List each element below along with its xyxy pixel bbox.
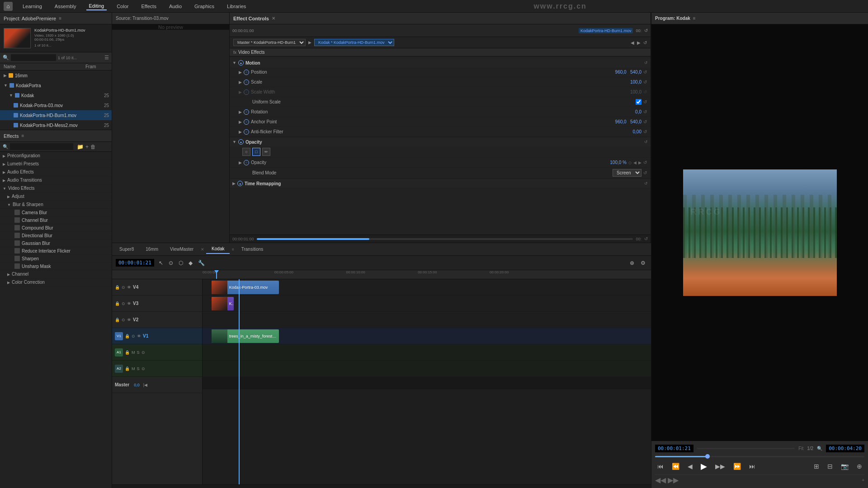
ec-master-dropdown[interactable]: Master * KodakPortra-HD-Burn1.mov — [233, 39, 306, 46]
effects-category-lumetri[interactable]: Lumetri Presets — [0, 160, 112, 168]
prog-btn-insert-edit[interactable]: ⊞ — [811, 461, 821, 471]
list-item[interactable]: KodakPortra-HD-Burn1.mov 25 — [0, 110, 112, 120]
opacity-rect-btn[interactable]: □ — [252, 148, 260, 156]
nav-assembly[interactable]: Assembly — [52, 3, 79, 10]
opacity-pen-btn[interactable]: ✏ — [262, 148, 270, 156]
ec-nav-prev[interactable]: ◀ — [631, 40, 634, 45]
prog-btn-overwrite[interactable]: ⊟ — [825, 461, 835, 471]
nav-audio[interactable]: Audio — [166, 3, 184, 10]
delete-icon[interactable]: 🗑 — [90, 144, 96, 150]
v1-eye-icon[interactable]: 👁 — [137, 334, 141, 338]
program-scrub-bar[interactable] — [697, 448, 795, 449]
kf-next-icon[interactable]: ▶ — [638, 160, 642, 165]
v4-sync-icon[interactable]: ⊙ — [122, 285, 125, 290]
ec-section-opacity-header[interactable]: ▼ ● Opacity ↺ — [230, 137, 651, 146]
nav-graphics[interactable]: Graphics — [192, 3, 217, 10]
effect-item-gaussian-blur[interactable]: Gaussian Blur — [0, 239, 112, 247]
rot-expand-icon[interactable]: ▶ — [239, 110, 242, 114]
af-expand-icon[interactable]: ▶ — [239, 130, 242, 134]
tl-track-select[interactable]: ⬡ — [177, 259, 185, 267]
effects-category-preconfig[interactable]: Préconfiguration — [0, 152, 112, 160]
tl-razor-tool[interactable]: ⊙ — [167, 259, 175, 267]
clip-trees[interactable]: trees_in_a_misty_forest_aerial_by_Feelm_… — [212, 329, 279, 343]
list-item[interactable]: ▼ KodakPortra — [0, 80, 112, 90]
nav-libraries[interactable]: Libraries — [224, 3, 249, 10]
prog-btn-export-frame[interactable]: 📷 — [839, 461, 851, 471]
prog-btn-settings2[interactable]: ⊕ — [854, 461, 864, 471]
program-fit-label[interactable]: Fit — [798, 446, 803, 451]
prog-btn-audio-left[interactable]: ◀◀ — [655, 476, 666, 484]
reset-rotation-icon[interactable]: ↺ — [643, 109, 647, 114]
a2-track-badge[interactable]: A2 — [115, 365, 123, 373]
prog-btn-end[interactable]: ⏭ — [747, 461, 758, 471]
list-item[interactable]: ▼ Kodak 25 — [0, 90, 112, 100]
reset-scale-icon[interactable]: ↺ — [643, 80, 647, 84]
master-rewind-icon[interactable]: |◀ — [143, 383, 147, 387]
reset-position-icon[interactable]: ↺ — [643, 70, 647, 75]
list-item[interactable]: KodakPortra-HD-Mess2.mov 25 — [0, 120, 112, 130]
effects-search-input[interactable] — [10, 143, 73, 150]
reset-blend-icon[interactable]: ↺ — [643, 170, 647, 175]
timeline-scrollbar-h[interactable] — [112, 484, 651, 488]
ec-nav-next[interactable]: ▶ — [637, 40, 641, 45]
reset-tr-icon[interactable]: ↺ — [644, 181, 648, 186]
prog-btn-prev-frame[interactable]: ◀ — [685, 461, 695, 471]
tab-kodak[interactable]: Kodak — [206, 244, 230, 254]
project-search-input[interactable] — [11, 54, 56, 61]
effects-category-audio-transitions[interactable]: Audio Transitions — [0, 176, 112, 184]
position-value[interactable]: 960,0 540,0 — [614, 70, 642, 75]
a1-track-badge[interactable]: A1 — [115, 348, 123, 357]
effect-item-reduce-interlace[interactable]: Reduce Interlace Flicker — [0, 247, 112, 255]
tl-add-marker[interactable]: ⊕ — [628, 259, 636, 267]
project-list-toggle[interactable]: ☰ — [104, 55, 109, 61]
program-menu-icon[interactable]: ≡ — [693, 16, 696, 21]
v1-sync-icon[interactable]: ⊙ — [132, 334, 135, 338]
nav-effects[interactable]: Effects — [138, 3, 159, 10]
a1-solo-icon[interactable]: S — [137, 350, 140, 355]
effect-item-directional-blur[interactable]: Directional Blur — [0, 232, 112, 239]
ec-section-motion-header[interactable]: ▼ ● Motion ↺ — [230, 58, 651, 67]
effects-category-audio-effects[interactable]: Audio Effects — [0, 168, 112, 176]
prog-btn-play[interactable]: ▶ — [698, 460, 709, 473]
a1-rec-icon[interactable]: ⊙ — [142, 350, 145, 355]
scale-value[interactable]: 100,0 — [614, 80, 642, 84]
v1-track-badge[interactable]: V1 — [115, 332, 123, 340]
prog-btn-step-back[interactable]: ⏪ — [670, 461, 682, 471]
effects-category-video-effects[interactable]: Video Effects — [0, 184, 112, 192]
reset-af-icon[interactable]: ↺ — [643, 129, 647, 134]
tl-settings[interactable]: ⚙ — [639, 259, 647, 267]
reset-uniform-icon[interactable]: ↺ — [643, 99, 647, 104]
v3-sync-icon[interactable]: ⊙ — [122, 301, 125, 306]
effects-menu-icon[interactable]: ≡ — [21, 133, 24, 138]
a1-lock-icon[interactable]: 🔒 — [125, 350, 130, 355]
anchor-point-value[interactable]: 960,0 540,0 — [614, 119, 642, 124]
list-item[interactable]: ▶ 16mm — [0, 70, 112, 80]
ec-reset-icon[interactable]: ↺ — [644, 28, 648, 33]
program-zoom-icon[interactable]: 🔍 — [817, 446, 822, 451]
new-folder-icon[interactable]: + — [85, 144, 89, 150]
ov-expand-icon[interactable]: ▶ — [239, 160, 242, 165]
clip-badge1[interactable]: KodakPortra-HD-Burn1.mov — [579, 28, 633, 33]
tab-transitions[interactable]: Transitions — [236, 245, 269, 253]
tab-viewmaster[interactable]: ViewMaster — [165, 245, 199, 253]
reset-ov-icon[interactable]: ↺ — [643, 160, 647, 165]
tab-super8[interactable]: Super8 — [114, 245, 139, 253]
ec-close-icon[interactable]: ✕ — [272, 16, 275, 21]
ec-section-time-remap-header[interactable]: ▶ ● Time Remapping ↺ — [230, 179, 651, 188]
effects-category-blur-sharpen[interactable]: Blur & Sharpen — [0, 201, 112, 209]
v4-lock-icon[interactable]: 🔒 — [115, 285, 120, 290]
nav-learning[interactable]: Learning — [20, 3, 45, 10]
a2-lock-icon[interactable]: 🔒 — [125, 366, 130, 371]
nav-editing[interactable]: Editing — [86, 2, 107, 10]
opacity-value[interactable]: 100,0 % — [599, 160, 627, 165]
clip-kodak-portra[interactable]: Kodak-Portra-03.mov — [212, 281, 279, 294]
effects-category-adjust[interactable]: Adjust — [0, 192, 112, 201]
v1-lock-icon[interactable]: 🔒 — [125, 334, 130, 338]
project-menu-icon[interactable]: ≡ — [59, 16, 61, 21]
a2-solo-icon[interactable]: S — [137, 366, 140, 371]
effects-category-channel[interactable]: Channel — [0, 270, 112, 278]
v2-lock-icon[interactable]: 🔒 — [115, 318, 120, 322]
v3-eye-icon[interactable]: 👁 — [127, 301, 131, 306]
close-tab-icon[interactable]: ✕ — [201, 247, 204, 252]
a1-mute-icon[interactable]: M — [132, 350, 135, 355]
